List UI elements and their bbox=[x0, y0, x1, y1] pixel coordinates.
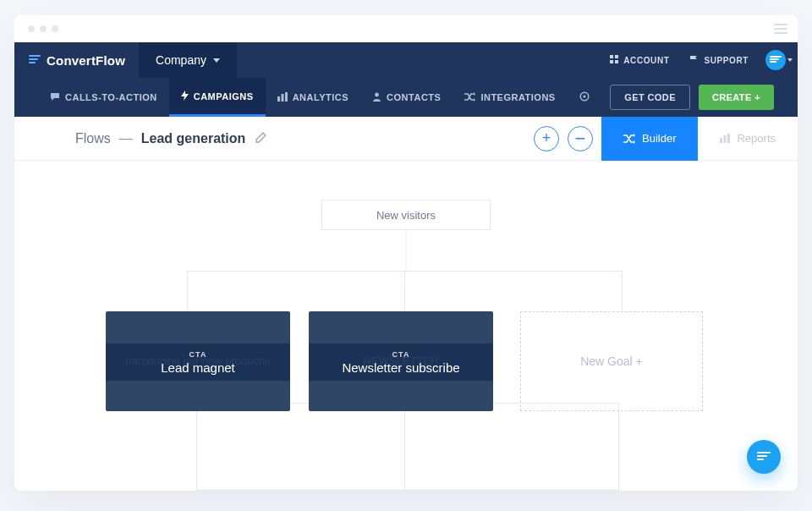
svg-rect-11 bbox=[724, 135, 727, 143]
svg-rect-2 bbox=[610, 60, 613, 63]
nav-label: CALLS-TO-ACTION bbox=[65, 92, 157, 102]
connector-line bbox=[404, 411, 405, 491]
page-header: Flows — Lead generation + − Builder Repo… bbox=[14, 117, 798, 161]
svg-point-7 bbox=[375, 92, 379, 96]
page-title: Flows — Lead generation bbox=[75, 131, 266, 146]
cta-card-newsletter[interactable]: NEWSLETTER CTA Newsletter subscribe bbox=[309, 311, 493, 411]
workspace-selector[interactable]: Company bbox=[139, 42, 237, 78]
window-dot bbox=[40, 25, 47, 32]
window-dots bbox=[28, 25, 58, 32]
window-dot bbox=[52, 25, 58, 32]
get-code-label: GET CODE bbox=[624, 92, 676, 102]
card-tag: CTA bbox=[189, 350, 207, 359]
bars-icon bbox=[277, 92, 288, 103]
nav-settings[interactable] bbox=[568, 78, 601, 117]
svg-rect-3 bbox=[615, 60, 618, 63]
breadcrumb: Flows bbox=[75, 131, 111, 146]
nav-label: INTEGRATIONS bbox=[480, 92, 555, 102]
sub-nav: CALLS-TO-ACTION CAMPAIGNS ANALYTICS CONT… bbox=[14, 78, 798, 117]
help-bubble[interactable] bbox=[747, 440, 781, 474]
svg-rect-1 bbox=[615, 55, 618, 58]
grid-icon bbox=[610, 55, 618, 65]
account-link[interactable]: ACCOUNT bbox=[600, 55, 679, 65]
svg-rect-4 bbox=[277, 96, 280, 102]
nav-analytics[interactable]: ANALYTICS bbox=[266, 78, 360, 117]
brand-logo[interactable]: ConvertFlow bbox=[14, 42, 139, 78]
plus-icon: + bbox=[542, 129, 551, 147]
new-goal-label: New Goal + bbox=[580, 354, 643, 368]
svg-rect-12 bbox=[727, 134, 730, 143]
chevron-down-icon bbox=[787, 58, 793, 62]
create-label: CREATE + bbox=[712, 92, 760, 102]
nav-campaigns[interactable]: CAMPAIGNS bbox=[169, 78, 266, 117]
connector-line bbox=[187, 271, 188, 311]
tab-label: Builder bbox=[642, 132, 676, 145]
nav-label: ANALYTICS bbox=[293, 92, 348, 102]
tab-label: Reports bbox=[737, 132, 776, 145]
browser-chrome bbox=[14, 15, 798, 42]
bars-icon bbox=[720, 134, 730, 143]
svg-rect-10 bbox=[720, 138, 722, 143]
card-title: Newsletter subscribe bbox=[342, 360, 459, 375]
card-title: Lead magnet bbox=[161, 360, 235, 375]
bolt-icon bbox=[181, 91, 189, 102]
brand-icon bbox=[756, 451, 771, 464]
connector-line bbox=[622, 271, 623, 311]
svg-rect-0 bbox=[610, 55, 613, 58]
nav-label: CONTACTS bbox=[387, 92, 441, 102]
flow-name: Lead generation bbox=[141, 131, 246, 146]
user-avatar[interactable] bbox=[765, 50, 786, 70]
nav-contacts[interactable]: CONTACTS bbox=[360, 78, 453, 117]
svg-rect-6 bbox=[285, 92, 288, 102]
create-button[interactable]: CREATE + bbox=[699, 85, 774, 110]
connector-box bbox=[196, 403, 619, 491]
flow-canvas[interactable]: New visitors Introducing our new product… bbox=[14, 161, 798, 491]
account-label: ACCOUNT bbox=[623, 56, 669, 65]
menu-icon[interactable] bbox=[774, 24, 787, 34]
nav-integrations[interactable]: INTEGRATIONS bbox=[453, 78, 567, 117]
tab-builder[interactable]: Builder bbox=[601, 117, 698, 161]
shuffle-icon bbox=[623, 134, 635, 144]
cta-card-lead-magnet[interactable]: Introducing our new products! CTA Lead m… bbox=[106, 311, 290, 411]
svg-rect-5 bbox=[281, 94, 283, 102]
window-dot bbox=[28, 25, 35, 32]
chevron-down-icon bbox=[213, 58, 220, 63]
connector-line bbox=[404, 271, 405, 311]
shuffle-icon bbox=[464, 92, 475, 103]
top-nav: ConvertFlow Company ACCOUNT SUPPORT bbox=[14, 42, 798, 78]
zoom-in-button[interactable]: + bbox=[534, 126, 559, 151]
gear-icon bbox=[579, 91, 590, 103]
connector-line bbox=[406, 230, 407, 271]
support-link[interactable]: SUPPORT bbox=[679, 55, 759, 66]
brand-icon bbox=[28, 54, 41, 66]
card-overlay: CTA Newsletter subscribe bbox=[309, 343, 493, 381]
entry-node-label: New visitors bbox=[376, 209, 436, 222]
separator: — bbox=[119, 131, 133, 146]
new-goal-placeholder[interactable]: New Goal + bbox=[520, 311, 703, 411]
nav-label: CAMPAIGNS bbox=[194, 91, 254, 102]
entry-node[interactable]: New visitors bbox=[321, 200, 491, 230]
brand-name: ConvertFlow bbox=[47, 53, 125, 68]
card-tag: CTA bbox=[392, 350, 410, 359]
tab-reports[interactable]: Reports bbox=[698, 117, 798, 161]
card-overlay: CTA Lead magnet bbox=[106, 343, 290, 381]
flag-icon bbox=[689, 55, 699, 66]
svg-point-9 bbox=[583, 95, 585, 97]
edit-icon[interactable] bbox=[255, 131, 266, 146]
person-icon bbox=[372, 92, 381, 103]
chat-icon bbox=[50, 92, 60, 103]
get-code-button[interactable]: GET CODE bbox=[610, 85, 690, 110]
workspace-label: Company bbox=[156, 53, 206, 67]
zoom-out-button[interactable]: − bbox=[568, 126, 593, 151]
nav-calls-to-action[interactable]: CALLS-TO-ACTION bbox=[38, 78, 169, 117]
support-label: SUPPORT bbox=[704, 56, 749, 65]
